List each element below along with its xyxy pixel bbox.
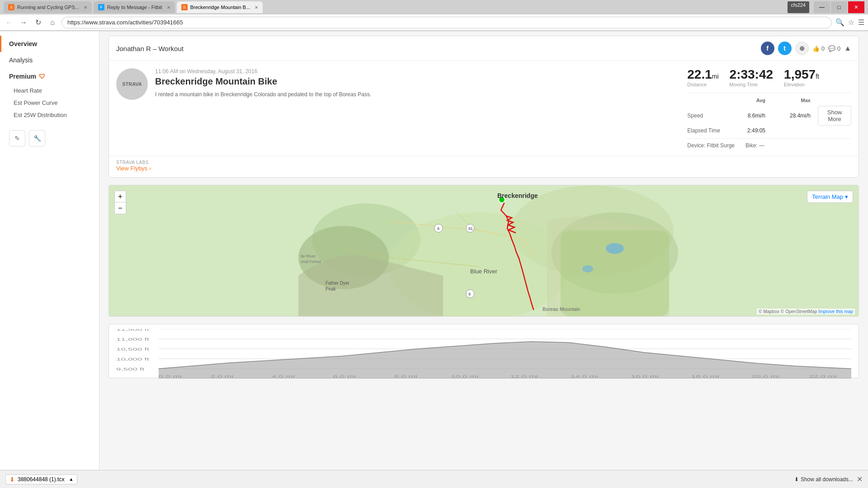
tab-favicon-3: S [181,4,188,10]
device-label: Device: Fitbit Surge [687,142,735,149]
refresh-button[interactable]: ↻ [33,17,43,28]
activity-right: 22.1mi Distance 2:33:42 Moving Time 1,95… [687,68,851,149]
sidebar-item-power-dist[interactable]: Est 25W Distribution [0,109,99,121]
elevation-unit: ft [816,73,819,80]
sidebar: Overview Analysis Premium 🛡 Heart Rate E… [0,31,99,470]
stat-moving-time: 2:33:42 Moving Time [730,68,774,87]
minimize-button[interactable]: — [814,1,830,13]
zoom-in-button[interactable]: + [114,191,126,202]
elevation-svg: 11,500 ft 11,000 ft 10,500 ft 10,000 ft … [116,329,851,379]
sidebar-item-overview[interactable]: Overview [0,36,99,52]
svg-text:9: 9 [437,226,439,231]
stat-elevation-value: 1,957ft [784,68,819,81]
edit-tool-button[interactable]: ✎ [9,130,25,146]
user-badge: cfs224 [788,1,809,13]
url-input[interactable] [61,17,832,28]
zoom-out-button[interactable]: − [114,202,126,214]
stat-distance: 22.1mi Distance [687,68,718,87]
tab-favicon-1: S [8,4,14,10]
svg-text:6.0 mi: 6.0 mi [333,374,356,379]
svg-text:Blue River: Blue River [470,268,498,275]
terrain-map-button[interactable]: Terrain Map ▾ [807,191,853,203]
share-button[interactable]: ⊕ [795,42,809,55]
sidebar-premium-label: Premium [9,73,36,80]
activity-info: 11:06 AM on Wednesday, August 31, 2016 B… [155,68,678,149]
improve-map-link[interactable]: Improve this map [818,309,853,314]
tab-close-3[interactable]: ✕ [255,5,258,10]
close-button[interactable]: ✕ [848,1,864,13]
search-button[interactable]: 🔍 [835,18,844,27]
tab-close-2[interactable]: ✕ [167,5,170,10]
svg-text:16.0 mi: 16.0 mi [631,374,658,379]
elevation-chart: 11,500 ft 11,000 ft 10,500 ft 10,000 ft … [108,324,859,378]
svg-text:4.0 mi: 4.0 mi [272,374,295,379]
view-flybys-link[interactable]: View Flybys › [116,165,851,172]
svg-text:10,500 ft: 10,500 ft [116,347,149,352]
download-bar: ⬇ 3880644848 (1).tcx ▲ ⬇ Show all downlo… [0,470,868,470]
comments-button[interactable]: 💬 0 [828,45,840,52]
elapsed-avg: 2:49:05 [720,127,765,134]
activity-left: STRAVA 11:06 AM on Wednesday, August 31,… [116,68,678,149]
map-container: Breckenridge Blue River Boreas Mountain … [108,185,859,317]
stat-moving-time-label: Moving Time [730,82,774,87]
stats-row: 22.1mi Distance 2:33:42 Moving Time 1,95… [687,68,851,87]
terrain-map-label: Terrain Map [812,193,843,200]
activity-header: Jonathan R – Workout f t ⊕ 👍 0 💬 0 ▲ [109,36,859,61]
home-button[interactable]: ⌂ [47,17,58,28]
stat-elevation-label: Elevation [784,82,819,87]
svg-text:12.0 mi: 12.0 mi [510,374,538,379]
col-avg-header: Avg [720,98,765,103]
svg-point-21 [606,243,624,254]
wrench-tool-button[interactable]: 🔧 [29,130,45,146]
stat-moving-time-value: 2:33:42 [730,68,774,81]
strava-labs-section: STRAVA LABS View Flybys › [109,156,859,177]
svg-text:2.0 mi: 2.0 mi [210,374,233,379]
tab-close-1[interactable]: ✕ [84,5,87,10]
window-controls: cfs224 — □ ✕ [788,1,864,13]
activity-title-section: Jonathan R – Workout [116,45,755,52]
tab-breckenridge[interactable]: S Breckenridge Mountain B... ✕ [177,1,263,13]
likes-count: 0 [821,45,825,52]
svg-text:18.0 mi: 18.0 mi [691,374,719,379]
strava-labs-label: STRAVA LABS [116,160,851,165]
sidebar-premium-section: Premium 🛡 [0,68,99,84]
show-more-button[interactable]: Show More [818,106,851,126]
device-row: Device: Fitbit Surge Bike: — [687,138,851,149]
facebook-share-button[interactable]: f [761,42,774,55]
avatar: STRAVA [116,68,148,100]
bookmark-button[interactable]: ☆ [848,18,854,27]
tab-running[interactable]: S Running and Cycling GPS... ✕ [4,1,92,13]
activity-datetime: 11:06 AM on Wednesday, August 31, 2016 [155,68,678,75]
menu-button[interactable]: ☰ [858,18,864,27]
page-container: Overview Analysis Premium 🛡 Heart Rate E… [0,31,868,470]
col-max-header: Max [765,98,811,103]
map-zoom-controls: + − [114,191,126,214]
sidebar-item-power-curve[interactable]: Est Power Curve [0,97,99,109]
svg-text:14.0 mi: 14.0 mi [571,374,598,379]
sidebar-item-analysis[interactable]: Analysis [0,52,99,68]
back-button[interactable]: ← [4,17,14,28]
likes-button[interactable]: 👍 0 [812,45,825,52]
tab-label-1: Running and Cycling GPS... [17,5,79,10]
map-attribution: © Mapbox © OpenStreetMap Improve this ma… [757,309,855,314]
sidebar-item-heart-rate[interactable]: Heart Rate [0,84,99,97]
expand-button[interactable]: ▲ [844,44,851,52]
speed-avg: 8.6mi/h [720,113,765,119]
svg-text:0.0 mi: 0.0 mi [159,374,182,379]
stats-row-elapsed: Elapsed Time 2:49:05 [687,127,851,135]
distance-unit: mi [712,73,719,80]
svg-text:9,500 ft: 9,500 ft [116,367,145,371]
map-svg: Breckenridge Blue River Boreas Mountain … [109,185,859,316]
svg-text:10,000 ft: 10,000 ft [116,357,149,361]
activity-card: Jonathan R – Workout f t ⊕ 👍 0 💬 0 ▲ [108,36,859,178]
forward-button[interactable]: → [18,17,29,28]
svg-text:Boreas Mountain: Boreas Mountain [542,306,580,312]
maximize-button[interactable]: □ [831,1,847,13]
tab-fitbit[interactable]: F Reply to Message - Fitbit ✕ [94,1,175,13]
svg-text:ite River: ite River [301,254,316,258]
svg-text:91: 91 [468,226,473,231]
activity-body: STRAVA 11:06 AM on Wednesday, August 31,… [109,61,859,156]
twitter-share-button[interactable]: t [778,42,792,55]
map-area[interactable]: Breckenridge Blue River Boreas Mountain … [109,185,859,316]
activity-description: I rented a mountain bike in Breckenridge… [155,90,678,99]
